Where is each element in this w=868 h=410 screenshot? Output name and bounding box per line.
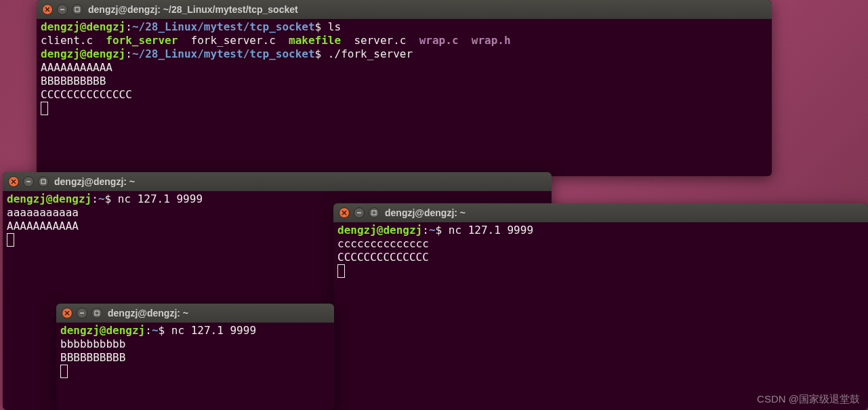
minimize-icon[interactable]	[23, 176, 34, 187]
ls-file: wrap.c	[419, 34, 459, 47]
cursor-icon	[7, 233, 14, 247]
cursor-icon	[41, 102, 48, 115]
maximize-icon[interactable]	[369, 207, 379, 218]
command: nc 127.1 9999	[118, 192, 203, 205]
svg-rect-0	[75, 7, 79, 12]
svg-rect-1	[41, 180, 45, 184]
window-title: dengzj@dengzj: ~/28_Linux/mytest/tcp_soc…	[88, 4, 298, 15]
output-line: bbbbbbbbbb	[60, 337, 125, 350]
close-icon[interactable]	[339, 207, 350, 218]
cursor-icon	[337, 264, 345, 278]
terminal-client-c[interactable]: dengzj@dengzj: ~ dengzj@dengzj:~$ nc 127…	[333, 203, 868, 410]
terminal-output[interactable]: dengzj@dengzj:~$ nc 127.1 9999 bbbbbbbbb…	[56, 323, 334, 410]
command: nc 127.1 9999	[449, 224, 533, 237]
svg-rect-3	[95, 311, 99, 315]
command: ./fork_server	[328, 47, 413, 60]
close-icon[interactable]	[42, 4, 53, 15]
command: nc 127.1 9999	[171, 324, 256, 337]
terminal-output[interactable]: dengzj@dengzj:~$ nc 127.1 9999 ccccccccc…	[333, 222, 868, 410]
titlebar[interactable]: dengzj@dengzj: ~	[56, 304, 334, 323]
maximize-icon[interactable]	[91, 308, 102, 319]
window-title: dengzj@dengzj: ~	[108, 308, 188, 319]
command: ls	[328, 20, 341, 33]
ls-file: wrap.h	[472, 34, 511, 47]
prompt-user: dengzj@dengzj	[41, 20, 125, 33]
window-controls	[339, 207, 379, 218]
prompt-path: ~/28_Linux/mytest/tcp_socket	[132, 20, 315, 33]
minimize-icon[interactable]	[57, 4, 68, 15]
prompt-user: dengzj@dengzj	[7, 192, 91, 205]
ls-file: fork_server	[106, 34, 178, 47]
window-title: dengzj@dengzj: ~	[385, 207, 466, 218]
output-line: BBBBBBBBBB	[60, 351, 125, 364]
cursor-icon	[60, 365, 68, 378]
window-controls	[42, 4, 83, 15]
titlebar[interactable]: dengzj@dengzj: ~/28_Linux/mytest/tcp_soc…	[37, 0, 772, 19]
prompt-user: dengzj@dengzj	[60, 324, 145, 337]
window-controls	[8, 176, 49, 187]
close-icon[interactable]	[8, 176, 19, 187]
svg-rect-2	[372, 211, 376, 215]
output-line: AAAAAAAAAAA	[7, 220, 79, 232]
prompt-path: ~	[429, 224, 436, 237]
titlebar[interactable]: dengzj@dengzj: ~	[3, 172, 552, 191]
titlebar[interactable]: dengzj@dengzj: ~	[333, 203, 868, 222]
window-controls	[62, 308, 102, 319]
maximize-icon[interactable]	[72, 4, 83, 15]
prompt-path: ~/28_Linux/mytest/tcp_socket	[132, 47, 315, 60]
window-title: dengzj@dengzj: ~	[54, 176, 135, 187]
output-line: cccccccccccccc	[337, 237, 429, 250]
ls-file: client.c	[41, 34, 93, 47]
terminal-server[interactable]: dengzj@dengzj: ~/28_Linux/mytest/tcp_soc…	[37, 0, 772, 176]
output-line: AAAAAAAAAAA	[41, 61, 112, 74]
terminal-client-b[interactable]: dengzj@dengzj: ~ dengzj@dengzj:~$ nc 127…	[56, 304, 334, 410]
output-line: CCCCCCCCCCCCCC	[337, 251, 429, 264]
output-line: CCCCCCCCCCCCCC	[41, 88, 132, 101]
terminal-output[interactable]: dengzj@dengzj:~/28_Linux/mytest/tcp_sock…	[37, 19, 772, 176]
close-icon[interactable]	[62, 308, 73, 319]
ls-file: makefile	[289, 34, 341, 47]
minimize-icon[interactable]	[354, 207, 365, 218]
maximize-icon[interactable]	[38, 176, 49, 187]
ls-file: server.c	[354, 34, 406, 47]
output-line: aaaaaaaaaaa	[7, 206, 79, 219]
minimize-icon[interactable]	[77, 308, 87, 319]
prompt-path: ~	[152, 324, 159, 337]
prompt-user: dengzj@dengzj	[337, 224, 422, 237]
prompt-path: ~	[98, 192, 105, 205]
ls-file: fork_server.c	[191, 34, 276, 47]
output-line: BBBBBBBBBB	[41, 75, 106, 87]
prompt-user: dengzj@dengzj	[41, 47, 125, 60]
